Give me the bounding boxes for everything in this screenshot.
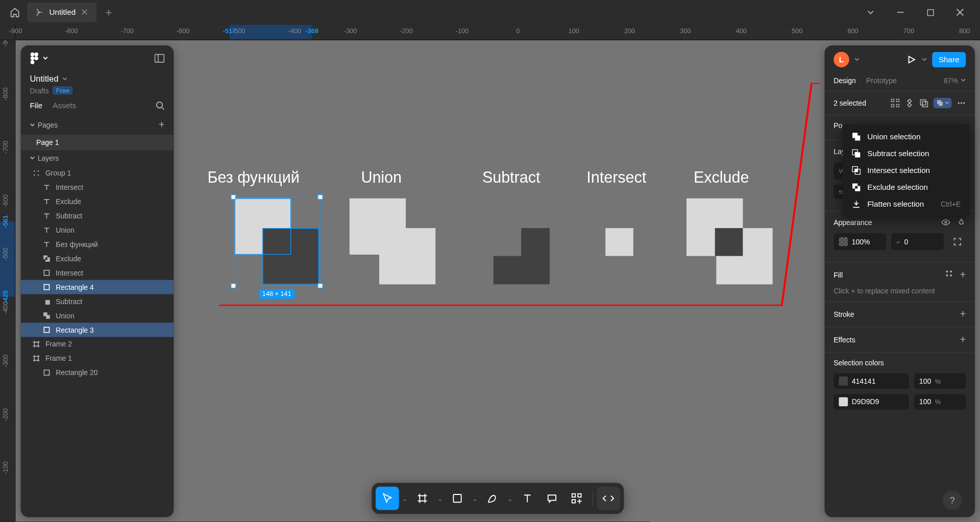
selection-color-1[interactable]: 414141 (834, 374, 909, 389)
svg-point-4 (34, 56, 38, 60)
svg-rect-6 (155, 55, 164, 62)
layer-name: Subtract (56, 297, 82, 305)
add-stroke-button[interactable]: + (960, 309, 966, 320)
layer-item[interactable]: Intersect (21, 180, 174, 194)
present-button[interactable] (906, 55, 916, 65)
layer-item[interactable]: Frame 1 (21, 351, 174, 365)
add-fill-button[interactable]: + (960, 269, 966, 281)
text-tool[interactable] (516, 487, 539, 510)
align-icon[interactable] (891, 98, 900, 108)
blend-icon[interactable] (957, 218, 966, 227)
layer-item[interactable]: Union (21, 309, 174, 323)
tab-prototype[interactable]: Prototype (866, 77, 897, 84)
window-minimize-icon[interactable] (886, 0, 915, 24)
position-label: Po (834, 122, 842, 130)
canvas-intersect-shape[interactable] (605, 228, 633, 256)
layers-section-header[interactable]: Layers (21, 151, 174, 166)
independent-corners-icon[interactable] (949, 233, 966, 250)
opacity-field[interactable]: 100% (834, 233, 886, 250)
user-avatar[interactable]: L (834, 52, 849, 67)
boolean-ops-button[interactable] (934, 98, 952, 108)
selection-dimensions: 148 × 141 (259, 289, 295, 299)
window-close-icon[interactable] (945, 0, 975, 24)
shape-tool-chevron[interactable]: ⌄ (470, 487, 479, 510)
share-button[interactable]: Share (932, 52, 966, 67)
pen-tool[interactable] (481, 487, 504, 510)
selection-color-2-opacity[interactable]: 100% (914, 394, 966, 409)
selection-color-1-opacity[interactable]: 100% (914, 374, 966, 389)
layer-item[interactable]: Exclude (21, 252, 174, 266)
canvas-exclude-shape[interactable] (687, 198, 773, 285)
actions-tool[interactable] (565, 487, 589, 510)
move-tool-chevron[interactable]: ⌄ (400, 487, 409, 510)
search-icon[interactable] (156, 101, 165, 110)
frame-tool[interactable] (411, 487, 434, 510)
component-icon[interactable] (905, 98, 914, 108)
chevron-down-icon[interactable] (922, 57, 927, 62)
breadcrumb-drafts[interactable]: Drafts (30, 87, 48, 94)
close-tab-icon[interactable]: ✕ (81, 7, 88, 17)
selection-handle[interactable] (317, 194, 323, 200)
svg-rect-23 (939, 102, 943, 106)
move-tool[interactable] (376, 487, 399, 510)
dev-mode-toggle[interactable] (597, 487, 620, 510)
new-tab-button[interactable]: + (99, 3, 118, 22)
flatten-icon (852, 200, 861, 209)
canvas-subtract-shape[interactable] (493, 228, 549, 284)
menu-intersect-selection[interactable]: Intersect selection (843, 162, 970, 179)
menu-union-selection[interactable]: Union selection (843, 128, 970, 145)
svg-rect-15 (44, 370, 49, 375)
home-button[interactable] (5, 3, 24, 22)
figma-menu-button[interactable] (30, 52, 48, 65)
layer-item[interactable]: Intersect (21, 266, 174, 280)
chevron-down-icon[interactable] (854, 57, 860, 62)
layer-item[interactable]: Rectangle 4 (21, 280, 174, 294)
selection-color-2[interactable]: D9D9D9 (834, 394, 909, 409)
page-item[interactable]: Page 1 (21, 135, 174, 150)
window-dropdown-icon[interactable] (855, 0, 885, 24)
tab-file[interactable]: File (30, 101, 42, 110)
zoom-control[interactable]: 87% (944, 77, 966, 84)
file-tab[interactable]: Untitled ✕ (27, 3, 96, 22)
layer-name: Union (56, 226, 75, 234)
file-name[interactable]: Untitled (30, 74, 164, 84)
selection-handle[interactable] (317, 283, 323, 288)
exclude-icon (852, 183, 861, 192)
pen-tool-chevron[interactable]: ⌄ (505, 487, 514, 510)
pages-section-header[interactable]: Pages + (21, 115, 174, 135)
selection-handle[interactable] (231, 283, 236, 288)
layer-item[interactable]: Без функций (21, 237, 174, 252)
layer-item[interactable]: Exclude (21, 194, 174, 209)
selection-handle[interactable] (231, 194, 236, 200)
help-button[interactable]: ? (943, 490, 962, 510)
layer-item[interactable]: Group 1 (21, 166, 174, 180)
add-page-button[interactable]: + (159, 119, 165, 131)
styles-icon[interactable] (944, 269, 953, 281)
svg-rect-19 (896, 104, 899, 107)
add-effect-button[interactable]: + (960, 334, 966, 345)
more-icon[interactable] (957, 98, 966, 108)
shape-tool[interactable] (446, 487, 469, 510)
mask-icon[interactable] (919, 98, 928, 108)
corner-radius-field[interactable]: ⌐0 (891, 233, 944, 250)
layer-item[interactable]: Rectangle 3 (21, 322, 174, 337)
chevron-down-icon (30, 156, 35, 161)
canvas[interactable]: Без функций Union Subtract Intersect Exc… (15, 40, 980, 522)
tab-assets[interactable]: Assets (53, 101, 76, 110)
tab-design[interactable]: Design (834, 77, 855, 84)
menu-subtract-selection[interactable]: Subtract selection (843, 145, 970, 162)
layer-item[interactable]: Subtract (21, 294, 174, 309)
layer-item[interactable]: Rectangle 20 (21, 365, 174, 380)
panels-toggle-icon[interactable] (154, 53, 164, 63)
comment-tool[interactable] (541, 487, 564, 510)
menu-exclude-selection[interactable]: Exclude selection (843, 179, 970, 196)
visibility-icon[interactable] (941, 218, 950, 227)
menu-flatten-selection[interactable]: Flatten selection Ctrl+E (843, 196, 970, 213)
layer-item[interactable]: Frame 2 (21, 337, 174, 351)
canvas-union-shape[interactable] (350, 198, 436, 285)
layer-item[interactable]: Union (21, 223, 174, 237)
window-maximize-icon[interactable] (915, 0, 945, 24)
frame-tool-chevron[interactable]: ⌄ (435, 487, 445, 510)
chevron-down-icon (62, 76, 67, 81)
layer-item[interactable]: Subtract (21, 209, 174, 223)
